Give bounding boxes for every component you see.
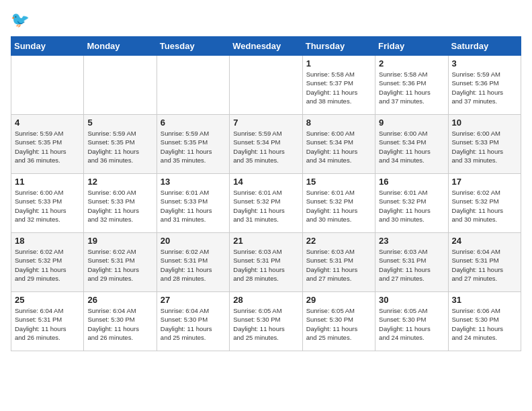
day-info: Sunrise: 6:04 AMSunset: 5:31 PMDaylight:… bbox=[452, 247, 517, 283]
calendar-cell bbox=[157, 56, 229, 115]
calendar-cell: 28Sunrise: 6:05 AMSunset: 5:30 PMDayligh… bbox=[230, 292, 302, 351]
day-info: Sunrise: 5:59 AMSunset: 5:35 PMDaylight:… bbox=[15, 129, 80, 165]
day-info: Sunrise: 6:01 AMSunset: 5:33 PMDaylight:… bbox=[161, 188, 226, 224]
day-number: 19 bbox=[87, 236, 152, 246]
calendar-cell: 3Sunrise: 5:59 AMSunset: 5:36 PMDaylight… bbox=[448, 56, 521, 115]
day-number: 24 bbox=[452, 236, 517, 246]
day-info: Sunrise: 6:03 AMSunset: 5:31 PMDaylight:… bbox=[306, 247, 371, 283]
calendar-cell: 18Sunrise: 6:02 AMSunset: 5:32 PMDayligh… bbox=[11, 233, 84, 292]
day-info: Sunrise: 6:06 AMSunset: 5:30 PMDaylight:… bbox=[452, 306, 517, 342]
calendar-cell: 14Sunrise: 6:01 AMSunset: 5:32 PMDayligh… bbox=[230, 174, 302, 233]
day-number: 13 bbox=[161, 177, 226, 187]
calendar-cell: 8Sunrise: 6:00 AMSunset: 5:34 PMDaylight… bbox=[302, 115, 375, 174]
calendar-cell bbox=[11, 56, 84, 115]
calendar-cell: 9Sunrise: 6:00 AMSunset: 5:34 PMDaylight… bbox=[375, 115, 448, 174]
day-info: Sunrise: 6:00 AMSunset: 5:33 PMDaylight:… bbox=[15, 188, 80, 224]
day-info: Sunrise: 6:03 AMSunset: 5:31 PMDaylight:… bbox=[233, 247, 298, 283]
day-info: Sunrise: 6:02 AMSunset: 5:31 PMDaylight:… bbox=[87, 247, 152, 283]
day-info: Sunrise: 6:00 AMSunset: 5:34 PMDaylight:… bbox=[306, 129, 371, 165]
weekday-header-wednesday: Wednesday bbox=[230, 37, 302, 56]
day-number: 26 bbox=[87, 295, 152, 305]
day-number: 10 bbox=[452, 118, 517, 128]
day-info: Sunrise: 6:01 AMSunset: 5:32 PMDaylight:… bbox=[379, 188, 444, 224]
calendar-cell: 5Sunrise: 5:59 AMSunset: 5:35 PMDaylight… bbox=[84, 115, 157, 174]
weekday-header-sunday: Sunday bbox=[11, 37, 84, 56]
day-number: 2 bbox=[379, 58, 444, 68]
day-number: 22 bbox=[306, 236, 371, 246]
calendar-table: SundayMondayTuesdayWednesdayThursdayFrid… bbox=[11, 36, 521, 351]
day-info: Sunrise: 6:02 AMSunset: 5:31 PMDaylight:… bbox=[161, 247, 226, 283]
day-number: 6 bbox=[161, 118, 226, 128]
day-number: 12 bbox=[87, 177, 152, 187]
day-info: Sunrise: 6:05 AMSunset: 5:30 PMDaylight:… bbox=[379, 306, 444, 342]
calendar-cell: 29Sunrise: 6:05 AMSunset: 5:30 PMDayligh… bbox=[302, 292, 375, 351]
day-number: 5 bbox=[87, 118, 152, 128]
calendar-cell: 15Sunrise: 6:01 AMSunset: 5:32 PMDayligh… bbox=[302, 174, 375, 233]
calendar-cell: 12Sunrise: 6:00 AMSunset: 5:33 PMDayligh… bbox=[84, 174, 157, 233]
weekday-header-monday: Monday bbox=[84, 37, 157, 56]
calendar-cell: 21Sunrise: 6:03 AMSunset: 5:31 PMDayligh… bbox=[230, 233, 302, 292]
day-number: 30 bbox=[379, 295, 444, 305]
day-number: 18 bbox=[15, 236, 80, 246]
weekday-header-tuesday: Tuesday bbox=[157, 37, 229, 56]
day-number: 8 bbox=[306, 118, 371, 128]
calendar-cell bbox=[84, 56, 157, 115]
day-number: 29 bbox=[306, 295, 371, 305]
weekday-header-friday: Friday bbox=[375, 37, 448, 56]
day-number: 17 bbox=[452, 177, 517, 187]
calendar-cell: 23Sunrise: 6:03 AMSunset: 5:31 PMDayligh… bbox=[375, 233, 448, 292]
day-info: Sunrise: 6:00 AMSunset: 5:33 PMDaylight:… bbox=[452, 129, 517, 165]
calendar-cell: 6Sunrise: 5:59 AMSunset: 5:35 PMDaylight… bbox=[157, 115, 229, 174]
page-header: 🐦 bbox=[11, 11, 521, 30]
day-number: 3 bbox=[452, 58, 517, 68]
calendar-cell: 10Sunrise: 6:00 AMSunset: 5:33 PMDayligh… bbox=[448, 115, 521, 174]
calendar-cell: 30Sunrise: 6:05 AMSunset: 5:30 PMDayligh… bbox=[375, 292, 448, 351]
day-info: Sunrise: 5:59 AMSunset: 5:34 PMDaylight:… bbox=[233, 129, 298, 165]
day-info: Sunrise: 5:58 AMSunset: 5:37 PMDaylight:… bbox=[306, 70, 371, 105]
calendar-cell: 4Sunrise: 5:59 AMSunset: 5:35 PMDaylight… bbox=[11, 115, 84, 174]
day-number: 14 bbox=[233, 177, 298, 187]
calendar-cell: 27Sunrise: 6:04 AMSunset: 5:30 PMDayligh… bbox=[157, 292, 229, 351]
calendar-cell: 24Sunrise: 6:04 AMSunset: 5:31 PMDayligh… bbox=[448, 233, 521, 292]
calendar-cell: 17Sunrise: 6:02 AMSunset: 5:32 PMDayligh… bbox=[448, 174, 521, 233]
day-info: Sunrise: 6:04 AMSunset: 5:30 PMDaylight:… bbox=[87, 306, 152, 342]
day-number: 21 bbox=[233, 236, 298, 246]
day-info: Sunrise: 6:05 AMSunset: 5:30 PMDaylight:… bbox=[306, 306, 371, 342]
calendar-cell: 7Sunrise: 5:59 AMSunset: 5:34 PMDaylight… bbox=[230, 115, 302, 174]
day-number: 9 bbox=[379, 118, 444, 128]
day-info: Sunrise: 6:02 AMSunset: 5:32 PMDaylight:… bbox=[452, 188, 517, 224]
day-info: Sunrise: 5:58 AMSunset: 5:36 PMDaylight:… bbox=[379, 70, 444, 105]
day-number: 31 bbox=[452, 295, 517, 305]
day-number: 20 bbox=[161, 236, 226, 246]
day-number: 15 bbox=[306, 177, 371, 187]
day-number: 23 bbox=[379, 236, 444, 246]
weekday-header-thursday: Thursday bbox=[302, 37, 375, 56]
calendar-cell: 16Sunrise: 6:01 AMSunset: 5:32 PMDayligh… bbox=[375, 174, 448, 233]
calendar-cell: 1Sunrise: 5:58 AMSunset: 5:37 PMDaylight… bbox=[302, 56, 375, 115]
day-number: 28 bbox=[233, 295, 298, 305]
day-number: 11 bbox=[15, 177, 80, 187]
day-number: 16 bbox=[379, 177, 444, 187]
day-info: Sunrise: 6:01 AMSunset: 5:32 PMDaylight:… bbox=[233, 188, 298, 224]
calendar-cell: 11Sunrise: 6:00 AMSunset: 5:33 PMDayligh… bbox=[11, 174, 84, 233]
day-info: Sunrise: 5:59 AMSunset: 5:35 PMDaylight:… bbox=[87, 129, 152, 165]
calendar-cell: 22Sunrise: 6:03 AMSunset: 5:31 PMDayligh… bbox=[302, 233, 375, 292]
logo: 🐦 bbox=[11, 11, 31, 30]
day-info: Sunrise: 6:05 AMSunset: 5:30 PMDaylight:… bbox=[233, 306, 298, 342]
calendar-cell bbox=[230, 56, 302, 115]
day-number: 25 bbox=[15, 295, 80, 305]
day-number: 1 bbox=[306, 58, 371, 68]
calendar-cell: 31Sunrise: 6:06 AMSunset: 5:30 PMDayligh… bbox=[448, 292, 521, 351]
day-info: Sunrise: 6:00 AMSunset: 5:34 PMDaylight:… bbox=[379, 129, 444, 165]
day-info: Sunrise: 5:59 AMSunset: 5:36 PMDaylight:… bbox=[452, 70, 517, 105]
day-info: Sunrise: 6:03 AMSunset: 5:31 PMDaylight:… bbox=[379, 247, 444, 283]
day-number: 27 bbox=[161, 295, 226, 305]
calendar-cell: 2Sunrise: 5:58 AMSunset: 5:36 PMDaylight… bbox=[375, 56, 448, 115]
svg-text:🐦: 🐦 bbox=[11, 11, 30, 29]
calendar-cell: 20Sunrise: 6:02 AMSunset: 5:31 PMDayligh… bbox=[157, 233, 229, 292]
day-info: Sunrise: 6:01 AMSunset: 5:32 PMDaylight:… bbox=[306, 188, 371, 224]
day-info: Sunrise: 6:02 AMSunset: 5:32 PMDaylight:… bbox=[15, 247, 80, 283]
calendar-cell: 19Sunrise: 6:02 AMSunset: 5:31 PMDayligh… bbox=[84, 233, 157, 292]
day-number: 7 bbox=[233, 118, 298, 128]
calendar-cell: 25Sunrise: 6:04 AMSunset: 5:31 PMDayligh… bbox=[11, 292, 84, 351]
